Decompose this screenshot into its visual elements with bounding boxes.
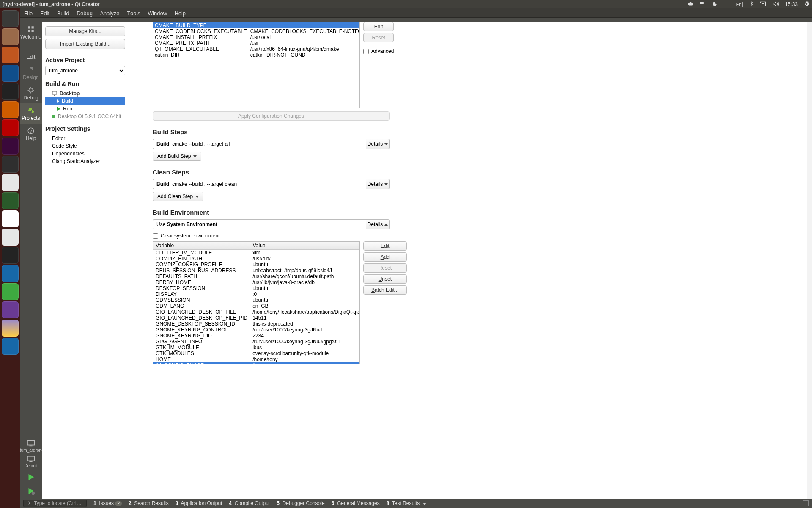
tree-kit-disabled[interactable]: Desktop Qt 5.9.1 GCC 64bit	[45, 113, 125, 120]
env-details-toggle[interactable]: Details	[366, 219, 390, 229]
cmake-advanced-checkbox[interactable]: Advanced	[363, 48, 394, 54]
launcher-app3[interactable]	[2, 119, 19, 136]
dropbox-icon[interactable]	[700, 1, 705, 8]
mode-help[interactable]: ? Help	[20, 124, 42, 144]
mode-projects[interactable]: Projects	[20, 103, 42, 124]
network-icon[interactable]	[723, 1, 729, 8]
launcher-app7[interactable]	[2, 229, 19, 246]
settings-clang[interactable]: Clang Static Analyzer	[45, 157, 125, 165]
tab-debugger[interactable]: 5 Debugger Console	[277, 500, 324, 506]
env-row[interactable]: DERBY_HOME/usr/lib/jvm/java-8-oracle/db	[153, 279, 360, 285]
cloud-icon[interactable]	[688, 1, 694, 8]
import-build-button[interactable]: Import Existing Build...	[45, 39, 125, 49]
settings-codestyle[interactable]: Code Style	[45, 142, 125, 150]
mode-design[interactable]: Design	[20, 63, 42, 83]
clean-step-row[interactable]: Build: cmake --build . --target clean	[153, 179, 366, 189]
env-row[interactable]: CLUTTER_IM_MODULExim	[153, 250, 360, 256]
tree-run[interactable]: Run	[45, 105, 125, 113]
launcher-app12[interactable]	[2, 338, 19, 355]
launcher-terminal[interactable]	[2, 156, 19, 173]
env-row[interactable]: DBUS_SESSION_BUS_ADDRESSunix:abstract=/t…	[153, 268, 360, 273]
locator[interactable]: Type to locate (Ctrl…	[23, 500, 87, 507]
menu-debug[interactable]: Debug	[77, 10, 93, 17]
tab-issues[interactable]: 1 Issues 2	[93, 500, 122, 506]
cmake-row[interactable]: CMAKE_PREFIX_PATH/usr	[153, 40, 360, 46]
launcher-app8[interactable]	[2, 247, 19, 264]
env-row[interactable]: GNOME_KEYRING_PID2234	[153, 333, 360, 339]
tree-build[interactable]: Build	[45, 97, 125, 105]
env-col-value[interactable]: Value	[250, 242, 360, 250]
env-row[interactable]: GNOME_DESKTOP_SESSION_IDthis-is-deprecat…	[153, 321, 360, 327]
menu-edit[interactable]: Edit	[40, 10, 49, 17]
env-add-button[interactable]: Add	[363, 252, 407, 262]
clean-step-details[interactable]: Details	[366, 179, 390, 189]
menu-analyze[interactable]: Analyze	[100, 10, 120, 17]
clock[interactable]: 15:33	[785, 1, 798, 7]
menu-file[interactable]: File	[24, 10, 33, 17]
mail-icon[interactable]	[760, 1, 766, 8]
launcher-files[interactable]	[2, 28, 19, 45]
env-row[interactable]: IM_CONFIG_PHASE1	[153, 362, 360, 364]
launcher-app4[interactable]	[2, 138, 19, 155]
cmake-row[interactable]: catkin_DIRcatkin_DIR-NOTFOUND	[153, 52, 360, 58]
launcher-app1[interactable]	[2, 47, 19, 64]
tab-general[interactable]: 6 General Messages	[332, 500, 380, 506]
env-col-variable[interactable]: Variable	[153, 242, 250, 250]
env-row[interactable]: GDM_LANGen_GB	[153, 303, 360, 309]
env-row[interactable]: HOME/home/tony	[153, 356, 360, 362]
env-row[interactable]: DEFAULTS_PATH/usr/share/gconf/ubuntu.def…	[153, 273, 360, 279]
clear-env-checkbox[interactable]: Clear system environment	[153, 233, 808, 239]
launcher-firefox[interactable]	[2, 65, 19, 82]
toggle-sidebar-icon[interactable]	[803, 500, 809, 506]
settings-dependencies[interactable]: Dependencies	[45, 150, 125, 157]
launcher-app11[interactable]	[2, 320, 19, 337]
add-clean-step[interactable]: Add Clean Step	[153, 192, 203, 201]
env-var-table[interactable]: Variable Value CLUTTER_IM_MODULEximCOMPI…	[153, 241, 360, 364]
env-row[interactable]: GPG_AGENT_INFO/run/user/1000/keyring-3gJ…	[153, 339, 360, 345]
env-edit-button[interactable]: Edit	[363, 241, 407, 251]
cmake-row[interactable]: CMAKE_INSTALL_PREFIX/usr/local	[153, 34, 360, 40]
launcher-settings[interactable]	[2, 83, 19, 100]
env-row[interactable]: GTK_MODULESoverlay-scrollbar:unity-gtk-m…	[153, 351, 360, 356]
env-row[interactable]: GDMSESSIONubuntu	[153, 297, 360, 303]
volume-icon[interactable]	[772, 1, 779, 8]
env-row[interactable]: GIO_LAUNCHED_DESKTOP_FILE_PID14511	[153, 315, 360, 321]
build-step-details[interactable]: Details	[366, 139, 390, 149]
scrollbar[interactable]	[807, 22, 812, 499]
launcher-app6[interactable]	[2, 192, 19, 209]
env-reset-button[interactable]: Reset	[363, 263, 407, 273]
launcher-qtcreator[interactable]	[2, 283, 19, 300]
cmake-row[interactable]: CMAKE_CODEBLOCKS_EXECUTABLECMAKE_CODEBLO…	[153, 28, 360, 34]
settings-editor[interactable]: Editor	[45, 135, 125, 142]
cmake-reset-button[interactable]: Reset	[363, 33, 394, 42]
build-step-row[interactable]: Build: cmake --build . --target all	[153, 139, 366, 149]
env-unset-button[interactable]: Unset	[363, 274, 407, 284]
keyboard-lang[interactable]: En	[735, 2, 743, 7]
menu-window[interactable]: Window	[148, 10, 167, 17]
cmake-row[interactable]: QT_QMAKE_EXECUTABLE/usr/lib/x86_64-linux…	[153, 46, 360, 52]
cmake-row[interactable]: CMAKE_BUILD_TYPE	[153, 22, 360, 28]
env-row[interactable]: GTK_IM_MODULEibus	[153, 345, 360, 351]
launcher-app5[interactable]	[2, 174, 19, 191]
mode-edit[interactable]: Edit	[20, 42, 42, 63]
env-row[interactable]: GIO_LAUNCHED_DESKTOP_FILE/home/tony/.loc…	[153, 309, 360, 315]
env-row[interactable]: DISPLAY:0	[153, 291, 360, 297]
tab-search[interactable]: 2 Search Results	[129, 500, 169, 506]
mode-welcome[interactable]: Welcome	[20, 22, 42, 42]
env-row[interactable]: DESKTOP_SESSIONubuntu	[153, 285, 360, 291]
launcher-app10[interactable]	[2, 301, 19, 318]
tree-desktop[interactable]: Desktop	[45, 90, 125, 97]
cmake-edit-button[interactable]: Edit	[363, 22, 394, 31]
menu-build[interactable]: Build	[57, 10, 69, 17]
run-debug-button[interactable]	[20, 485, 42, 499]
kit-selector[interactable]: tum_ardrone Default	[20, 437, 42, 471]
menu-tools[interactable]: Tools	[127, 10, 140, 17]
add-build-step[interactable]: Add Build Step	[153, 152, 201, 161]
env-batch-button[interactable]: Batch Edit...	[363, 285, 407, 295]
active-project-select[interactable]: tum_ardrone	[45, 66, 125, 75]
launcher-dash[interactable]	[2, 10, 19, 27]
env-row[interactable]: COMPIZ_BIN_PATH/usr/bin/	[153, 256, 360, 262]
mode-debug[interactable]: Debug	[20, 83, 42, 103]
tab-8[interactable]: 8 Test Results	[387, 500, 426, 506]
bluetooth-icon[interactable]	[749, 1, 754, 8]
